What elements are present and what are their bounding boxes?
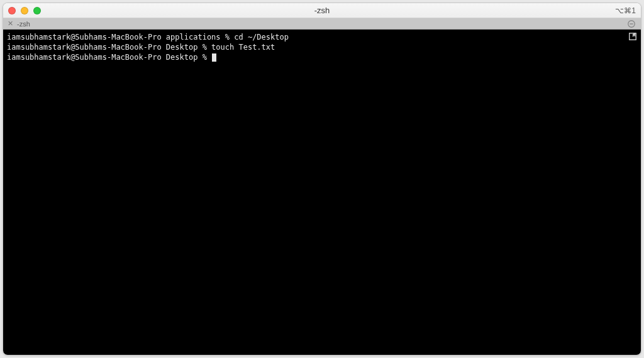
window-title: -zsh (314, 6, 330, 15)
shell-prompt: iamsubhamstark@Subhams-MacBook-Pro Deskt… (7, 53, 211, 62)
window-shortcut-label: ⌥⌘1 (615, 6, 636, 15)
cursor (212, 53, 216, 62)
terminal-output[interactable]: iamsubhamstark@Subhams-MacBook-Pro appli… (3, 30, 641, 355)
tab-bar: ✕ -zsh (3, 18, 641, 30)
close-tab-icon[interactable]: ✕ (7, 21, 13, 27)
terminal-line: iamsubhamstark@Subhams-MacBook-Pro Deskt… (7, 42, 637, 52)
shell-command: touch Test.txt (211, 43, 275, 52)
shell-prompt: iamsubhamstark@Subhams-MacBook-Pro appli… (7, 33, 234, 42)
zoom-window-button[interactable] (33, 7, 41, 14)
terminal-line: iamsubhamstark@Subhams-MacBook-Pro appli… (7, 32, 637, 42)
shell-prompt: iamsubhamstark@Subhams-MacBook-Pro Deskt… (7, 43, 211, 52)
tab-zsh[interactable]: ✕ -zsh (3, 18, 34, 29)
tab-overflow-icon[interactable] (622, 18, 641, 29)
terminal-window: -zsh ⌥⌘1 ✕ -zsh iamsubhamstark@Subhams-M… (3, 3, 641, 355)
titlebar: -zsh ⌥⌘1 (3, 3, 641, 18)
close-window-button[interactable] (8, 7, 16, 14)
tab-label: -zsh (17, 20, 30, 28)
terminal-line: iamsubhamstark@Subhams-MacBook-Pro Deskt… (7, 52, 637, 62)
minimize-window-button[interactable] (21, 7, 28, 14)
shell-command: cd ~/Desktop (234, 33, 289, 42)
window-controls (8, 7, 41, 14)
fullscreen-icon[interactable] (628, 32, 637, 44)
